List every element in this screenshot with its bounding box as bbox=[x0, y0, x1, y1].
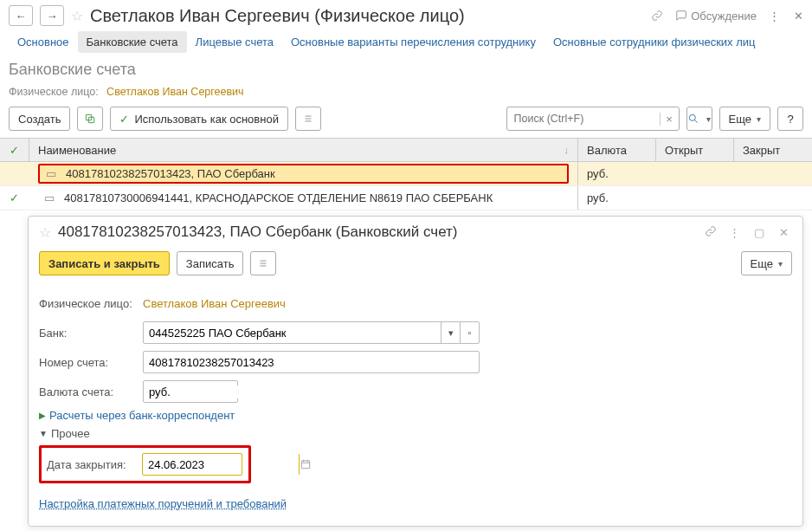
person-label: Физическое лицо: bbox=[9, 86, 99, 98]
discussion-label: Обсуждение bbox=[691, 10, 757, 23]
list-view-button[interactable] bbox=[295, 107, 321, 131]
col-opened-header[interactable]: Открыт bbox=[656, 139, 734, 161]
col-closed-header[interactable]: Закрыт bbox=[734, 139, 812, 161]
chevron-right-icon: ▶ bbox=[39, 411, 46, 420]
closed-date-input[interactable] bbox=[143, 458, 299, 471]
currency-input[interactable] bbox=[144, 385, 300, 398]
col-name-header[interactable]: Наименование ↓ bbox=[29, 139, 578, 161]
table-row[interactable]: ✓ ▭ 40817810730006941441, КРАСНОДАРСКОЕ … bbox=[0, 186, 812, 210]
closed-date-label: Дата закрытия: bbox=[47, 458, 135, 471]
tab-personal-accounts[interactable]: Лицевые счета bbox=[187, 31, 282, 53]
copy-button[interactable] bbox=[77, 107, 103, 131]
tab-main-persons[interactable]: Основные сотрудники физических лиц bbox=[545, 31, 764, 53]
create-label: Создать bbox=[18, 113, 61, 126]
bank-field[interactable]: ▾ ▫ bbox=[143, 321, 480, 344]
search-submit-button[interactable]: ▾ bbox=[686, 107, 712, 131]
more-button[interactable]: Еще ▾ bbox=[719, 107, 770, 131]
window-close-icon[interactable]: ✕ bbox=[794, 10, 803, 23]
row-name: 40817810730006941441, КРАСНОДАРСКОЕ ОТДЕ… bbox=[64, 191, 493, 204]
save-close-label: Записать и закрыть bbox=[48, 257, 160, 270]
table-header: ✓ Наименование ↓ Валюта Открыт Закрыт bbox=[0, 138, 812, 162]
payment-settings-link[interactable]: Настройка платежных поручений и требован… bbox=[29, 490, 802, 521]
acc-label: Номер счета: bbox=[39, 356, 143, 369]
nav-back-button[interactable]: ← bbox=[9, 5, 33, 26]
account-icon: ▭ bbox=[45, 167, 57, 180]
account-number-field[interactable] bbox=[143, 351, 480, 373]
row-currency: руб. bbox=[578, 162, 656, 185]
link-icon[interactable] bbox=[651, 10, 663, 22]
window-maximize-icon[interactable]: ▢ bbox=[751, 226, 768, 239]
save-close-button[interactable]: Записать и закрыть bbox=[39, 251, 170, 275]
card-person-label: Физическое лицо: bbox=[39, 297, 143, 310]
search-input[interactable] bbox=[507, 113, 660, 125]
sort-indicator-icon: ↓ bbox=[564, 145, 570, 155]
closed-date-block: Дата закрытия: bbox=[39, 445, 251, 483]
row-currency: руб. bbox=[578, 186, 656, 210]
create-button[interactable]: Создать bbox=[9, 107, 70, 131]
card-more-button[interactable]: Еще ▾ bbox=[741, 251, 792, 275]
account-number-input[interactable] bbox=[144, 356, 479, 369]
chevron-down-icon: ▾ bbox=[778, 259, 783, 269]
more-menu-icon[interactable]: ⋮ bbox=[769, 10, 782, 23]
col-currency-header[interactable]: Валюта bbox=[578, 139, 656, 161]
row-closed bbox=[734, 186, 812, 210]
search-box[interactable]: × bbox=[506, 107, 680, 131]
closed-date-field[interactable] bbox=[142, 453, 242, 476]
card-title: 40817810238257013423, ПАО Сбербанк (Банк… bbox=[58, 223, 695, 241]
card-list-view-button[interactable] bbox=[250, 251, 276, 275]
use-as-main-label: Использовать как основной bbox=[134, 113, 279, 126]
check-icon: ✓ bbox=[10, 191, 19, 204]
section-title: Банковские счета bbox=[0, 59, 812, 84]
page-title: Светлаков Иван Сергеевич (Физическое лиц… bbox=[90, 6, 644, 26]
favorite-star-icon[interactable]: ☆ bbox=[71, 8, 83, 24]
other-label: Прочее bbox=[51, 427, 90, 440]
window-close-icon[interactable]: ✕ bbox=[775, 226, 792, 239]
currency-field[interactable] bbox=[143, 380, 238, 403]
corr-bank-expander[interactable]: ▶ Расчеты через банк-корреспондент bbox=[39, 409, 792, 422]
more-label: Еще bbox=[729, 113, 751, 126]
check-icon: ✓ bbox=[119, 113, 129, 126]
account-icon: ▭ bbox=[43, 191, 55, 204]
row-closed bbox=[734, 162, 812, 185]
open-ref-icon[interactable]: ▫ bbox=[460, 322, 479, 343]
person-value[interactable]: Светлаков Иван Сергеевич bbox=[106, 86, 244, 98]
help-button[interactable]: ? bbox=[777, 107, 803, 131]
corr-bank-label: Расчеты через банк-корреспондент bbox=[49, 409, 235, 422]
other-expander[interactable]: ▼ Прочее bbox=[39, 427, 792, 440]
more-label: Еще bbox=[751, 257, 773, 270]
save-button[interactable]: Записать bbox=[177, 251, 244, 275]
chevron-down-icon: ▾ bbox=[757, 114, 761, 124]
row-opened bbox=[656, 186, 734, 210]
tab-transfer-variants[interactable]: Основные варианты перечисления сотрудник… bbox=[282, 31, 545, 53]
search-clear-icon[interactable]: × bbox=[660, 113, 679, 126]
use-as-main-button[interactable]: ✓ Использовать как основной bbox=[110, 107, 288, 131]
link-icon[interactable] bbox=[702, 225, 719, 240]
svg-line-6 bbox=[695, 120, 698, 122]
card-person-value[interactable]: Светлаков Иван Сергеевич bbox=[143, 297, 286, 310]
col-check-header[interactable]: ✓ bbox=[0, 139, 29, 161]
row-name: 40817810238257013423, ПАО Сбербанк bbox=[66, 167, 275, 180]
tab-bank-accounts[interactable]: Банковские счета bbox=[78, 31, 187, 53]
svg-point-5 bbox=[689, 114, 695, 120]
bank-label: Банк: bbox=[39, 327, 143, 340]
col-name-label: Наименование bbox=[38, 144, 116, 157]
calendar-icon[interactable] bbox=[299, 454, 312, 475]
bank-input[interactable] bbox=[144, 327, 441, 340]
row-check bbox=[0, 162, 29, 185]
dropdown-icon[interactable]: ▾ bbox=[441, 322, 460, 343]
currency-label: Валюта счета: bbox=[39, 385, 143, 398]
favorite-star-icon[interactable]: ☆ bbox=[39, 224, 51, 241]
chevron-down-icon: ▾ bbox=[706, 114, 711, 124]
row-check: ✓ bbox=[0, 186, 29, 210]
row-opened bbox=[656, 162, 734, 185]
discussion-button[interactable]: Обсуждение bbox=[675, 10, 757, 23]
tab-main[interactable]: Основное bbox=[9, 31, 78, 53]
svg-rect-10 bbox=[301, 461, 309, 469]
nav-forward-button[interactable]: → bbox=[40, 5, 64, 26]
chevron-down-icon: ▼ bbox=[39, 429, 48, 438]
table-row[interactable]: ▭ 40817810238257013423, ПАО Сбербанк руб… bbox=[0, 162, 812, 186]
more-menu-icon[interactable]: ⋮ bbox=[726, 226, 744, 239]
save-label: Записать bbox=[186, 257, 235, 270]
